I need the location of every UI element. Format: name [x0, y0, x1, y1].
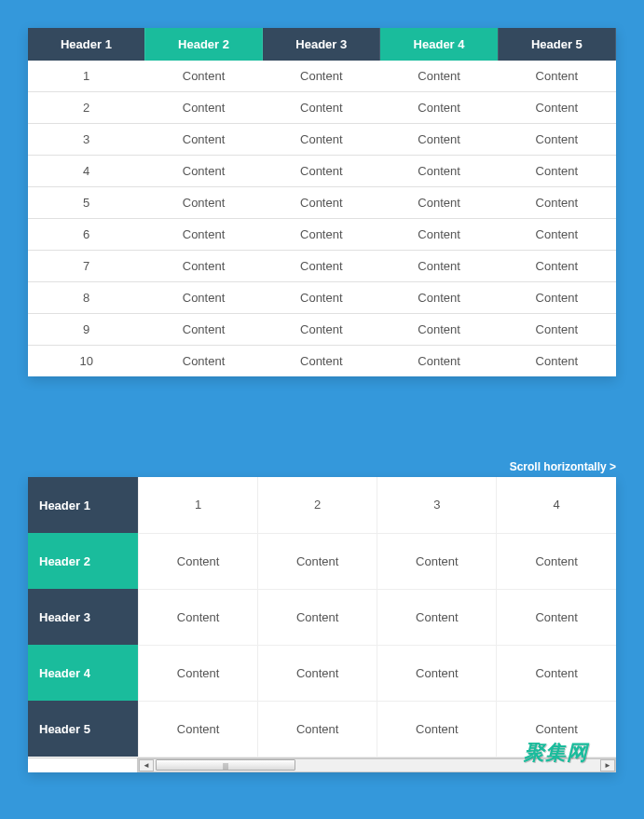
- table-cell: Content: [144, 282, 262, 314]
- row-id-cell: 5: [28, 187, 144, 219]
- table-cell: Content: [498, 219, 615, 251]
- scrollbar-thumb[interactable]: |||: [156, 759, 295, 771]
- row-id-cell: 3: [28, 124, 144, 156]
- table-row: 5ContentContentContentContent: [28, 187, 616, 219]
- table-cell: Content: [258, 589, 377, 645]
- table-cell: Content: [144, 124, 262, 156]
- table-2-row-header[interactable]: Header 5: [28, 701, 138, 757]
- table-cell: Content: [498, 314, 615, 346]
- table-cell: 4: [497, 477, 616, 533]
- row-id-cell: 1: [28, 61, 144, 92]
- table-row: ContentContentContentContent: [139, 589, 617, 645]
- table-cell: Content: [144, 314, 262, 346]
- table-row: 7ContentContentContentContent: [28, 251, 616, 282]
- table-cell: Content: [139, 589, 258, 645]
- table-cell: Content: [263, 187, 380, 219]
- table-2-row-header[interactable]: Header 4: [28, 645, 138, 701]
- row-id-cell: 8: [28, 282, 144, 314]
- table-row: ContentContentContentContent: [139, 645, 617, 701]
- table-cell: Content: [263, 61, 380, 92]
- table-cell: Content: [144, 61, 262, 92]
- table-cell: 2: [258, 477, 377, 533]
- table-2-container: Header 1Header 2Header 3Header 4Header 5…: [28, 477, 616, 772]
- table-row: 1234: [139, 477, 617, 533]
- table-cell: Content: [380, 92, 498, 124]
- table-cell: Content: [380, 124, 498, 156]
- table-2-row-header[interactable]: Header 3: [28, 589, 138, 645]
- table-row: 6ContentContentContentContent: [28, 219, 616, 251]
- table-1-container: Header 1Header 2Header 3Header 4Header 5…: [28, 28, 616, 376]
- table-cell: Content: [380, 346, 498, 377]
- table-cell: Content: [498, 124, 615, 156]
- table-cell: Content: [498, 187, 615, 219]
- table-1-header[interactable]: Header 3: [263, 28, 380, 61]
- table-cell: Content: [144, 92, 262, 124]
- table-cell: Content: [144, 187, 262, 219]
- table-row: 1ContentContentContentContent: [28, 61, 616, 92]
- table-cell: Content: [144, 346, 262, 377]
- table-cell: Content: [380, 61, 498, 92]
- table-cell: Content: [139, 645, 258, 701]
- table-1-header[interactable]: Header 2: [144, 28, 262, 61]
- table-cell: Content: [258, 533, 377, 589]
- table-1: Header 1Header 2Header 3Header 4Header 5…: [28, 28, 616, 376]
- row-id-cell: 2: [28, 92, 144, 124]
- table-cell: Content: [258, 701, 377, 757]
- table-cell: Content: [263, 314, 380, 346]
- table-cell: Content: [380, 219, 498, 251]
- scrollbar-spacer: [28, 758, 138, 772]
- table-cell: Content: [263, 219, 380, 251]
- table-2-body-scroll[interactable]: 1234ContentContentContentContentContentC…: [138, 477, 616, 758]
- table-cell: Content: [139, 533, 258, 589]
- row-id-cell: 10: [28, 346, 144, 377]
- row-id-cell: 4: [28, 156, 144, 187]
- table-cell: Content: [263, 282, 380, 314]
- table-1-header[interactable]: Header 5: [498, 28, 615, 61]
- row-id-cell: 6: [28, 219, 144, 251]
- table-cell: Content: [497, 645, 616, 701]
- table-cell: 1: [139, 477, 258, 533]
- table-cell: Content: [498, 61, 615, 92]
- table-cell: Content: [497, 533, 616, 589]
- table-row: 3ContentContentContentContent: [28, 124, 616, 156]
- watermark: 聚集网: [524, 739, 588, 767]
- table-cell: Content: [144, 156, 262, 187]
- row-id-cell: 7: [28, 251, 144, 282]
- table-cell: Content: [380, 156, 498, 187]
- table-cell: Content: [380, 282, 498, 314]
- table-cell: Content: [498, 282, 615, 314]
- table-cell: Content: [258, 645, 377, 701]
- table-cell: Content: [497, 589, 616, 645]
- table-cell: 3: [377, 477, 497, 533]
- table-cell: Content: [263, 124, 380, 156]
- table-cell: Content: [377, 645, 497, 701]
- scroll-left-arrow-icon[interactable]: ◄: [139, 759, 154, 771]
- table-1-header[interactable]: Header 4: [380, 28, 498, 61]
- table-2-row-headers: Header 1Header 2Header 3Header 4Header 5: [28, 477, 138, 758]
- table-cell: Content: [380, 314, 498, 346]
- table-cell: Content: [144, 219, 262, 251]
- table-cell: Content: [498, 156, 615, 187]
- table-2-row-header[interactable]: Header 2: [28, 533, 138, 589]
- table-cell: Content: [263, 156, 380, 187]
- table-cell: Content: [263, 92, 380, 124]
- table-cell: Content: [263, 346, 380, 377]
- table-cell: Content: [263, 251, 380, 282]
- scroll-right-arrow-icon[interactable]: ►: [600, 759, 615, 771]
- table-cell: Content: [377, 589, 497, 645]
- table-row: 2ContentContentContentContent: [28, 92, 616, 124]
- table-cell: Content: [498, 346, 615, 377]
- table-cell: Content: [380, 251, 498, 282]
- table-2-row-header[interactable]: Header 1: [28, 477, 138, 533]
- table-row: 4ContentContentContentContent: [28, 156, 616, 187]
- table-cell: Content: [377, 701, 497, 757]
- table-cell: Content: [377, 533, 497, 589]
- table-row: 8ContentContentContentContent: [28, 282, 616, 314]
- table-row: 9ContentContentContentContent: [28, 314, 616, 346]
- table-cell: Content: [139, 701, 258, 757]
- table-row: ContentContentContentContent: [139, 533, 617, 589]
- table-row: 10ContentContentContentContent: [28, 346, 616, 377]
- table-1-header[interactable]: Header 1: [28, 28, 144, 61]
- scroll-hint: Scroll horizontally >: [28, 460, 616, 473]
- row-id-cell: 9: [28, 314, 144, 346]
